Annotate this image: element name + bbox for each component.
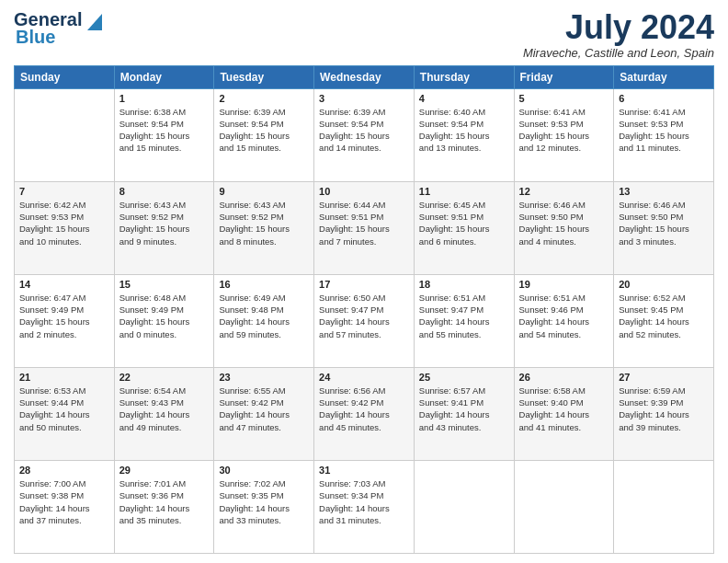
- logo-blue: Blue: [16, 27, 55, 48]
- calendar-cell: 21Sunrise: 6:53 AM Sunset: 9:44 PM Dayli…: [15, 367, 115, 460]
- day-number: 24: [319, 372, 409, 383]
- day-header-tuesday: Tuesday: [214, 65, 314, 88]
- calendar-cell: 14Sunrise: 6:47 AM Sunset: 9:49 PM Dayli…: [15, 274, 115, 367]
- day-number: 25: [419, 372, 509, 383]
- calendar-cell: 25Sunrise: 6:57 AM Sunset: 9:41 PM Dayli…: [414, 367, 514, 460]
- cell-info: Sunrise: 6:41 AM Sunset: 9:53 PM Dayligh…: [519, 106, 609, 155]
- calendar-cell: 3Sunrise: 6:39 AM Sunset: 9:54 PM Daylig…: [314, 88, 415, 181]
- day-number: 3: [319, 93, 409, 104]
- calendar-cell: 22Sunrise: 6:54 AM Sunset: 9:43 PM Dayli…: [114, 367, 214, 460]
- calendar-cell: [414, 460, 514, 553]
- cell-info: Sunrise: 6:51 AM Sunset: 9:46 PM Dayligh…: [519, 292, 609, 340]
- cell-info: Sunrise: 7:00 AM Sunset: 9:38 PM Dayligh…: [19, 477, 109, 526]
- calendar-cell: 13Sunrise: 6:46 AM Sunset: 9:50 PM Dayli…: [614, 181, 714, 274]
- day-number: 12: [519, 186, 609, 197]
- cell-info: Sunrise: 6:53 AM Sunset: 9:44 PM Dayligh…: [19, 385, 109, 433]
- calendar-cell: 15Sunrise: 6:48 AM Sunset: 9:49 PM Dayli…: [114, 274, 214, 367]
- cell-info: Sunrise: 6:39 AM Sunset: 9:54 PM Dayligh…: [319, 106, 409, 155]
- calendar-cell: 9Sunrise: 6:43 AM Sunset: 9:52 PM Daylig…: [214, 181, 314, 274]
- calendar-header-row: SundayMondayTuesdayWednesdayThursdayFrid…: [15, 65, 714, 88]
- page: General Blue July 2024 Miraveche, Castil…: [0, 0, 728, 563]
- calendar-cell: 26Sunrise: 6:58 AM Sunset: 9:40 PM Dayli…: [514, 367, 614, 460]
- cell-info: Sunrise: 6:55 AM Sunset: 9:42 PM Dayligh…: [219, 385, 309, 433]
- calendar-cell: 7Sunrise: 6:42 AM Sunset: 9:53 PM Daylig…: [15, 181, 115, 274]
- day-number: 11: [419, 186, 509, 197]
- cell-info: Sunrise: 6:59 AM Sunset: 9:39 PM Dayligh…: [619, 385, 709, 433]
- logo-triangle-icon: [84, 10, 102, 30]
- day-number: 19: [519, 279, 609, 290]
- day-header-friday: Friday: [514, 65, 614, 88]
- calendar-cell: 23Sunrise: 6:55 AM Sunset: 9:42 PM Dayli…: [214, 367, 314, 460]
- day-number: 30: [219, 465, 309, 476]
- calendar-week-row: 1Sunrise: 6:38 AM Sunset: 9:54 PM Daylig…: [15, 88, 714, 181]
- calendar-cell: 10Sunrise: 6:44 AM Sunset: 9:51 PM Dayli…: [314, 181, 415, 274]
- day-number: 13: [619, 186, 709, 197]
- calendar-cell: 11Sunrise: 6:45 AM Sunset: 9:51 PM Dayli…: [414, 181, 514, 274]
- cell-info: Sunrise: 6:46 AM Sunset: 9:50 PM Dayligh…: [519, 199, 609, 247]
- cell-info: Sunrise: 7:02 AM Sunset: 9:35 PM Dayligh…: [219, 477, 309, 526]
- calendar-cell: 8Sunrise: 6:43 AM Sunset: 9:52 PM Daylig…: [114, 181, 214, 274]
- calendar-cell: 29Sunrise: 7:01 AM Sunset: 9:36 PM Dayli…: [114, 460, 214, 553]
- calendar-cell: 27Sunrise: 6:59 AM Sunset: 9:39 PM Dayli…: [614, 367, 714, 460]
- day-number: 1: [119, 93, 210, 104]
- day-number: 21: [19, 372, 109, 383]
- day-number: 22: [119, 372, 210, 383]
- calendar-cell: 20Sunrise: 6:52 AM Sunset: 9:45 PM Dayli…: [614, 274, 714, 367]
- calendar-week-row: 21Sunrise: 6:53 AM Sunset: 9:44 PM Dayli…: [15, 367, 714, 460]
- day-number: 28: [19, 465, 109, 476]
- day-number: 10: [319, 186, 409, 197]
- calendar-cell: 4Sunrise: 6:40 AM Sunset: 9:54 PM Daylig…: [414, 88, 514, 181]
- calendar-week-row: 7Sunrise: 6:42 AM Sunset: 9:53 PM Daylig…: [15, 181, 714, 274]
- cell-info: Sunrise: 6:46 AM Sunset: 9:50 PM Dayligh…: [619, 199, 709, 247]
- calendar-week-row: 28Sunrise: 7:00 AM Sunset: 9:38 PM Dayli…: [15, 460, 714, 553]
- cell-info: Sunrise: 6:39 AM Sunset: 9:54 PM Dayligh…: [219, 106, 309, 155]
- calendar-table: SundayMondayTuesdayWednesdayThursdayFrid…: [14, 65, 714, 554]
- title-area: July 2024 Miraveche, Castille and Leon, …: [523, 9, 714, 60]
- day-number: 17: [319, 279, 409, 290]
- day-number: 29: [119, 465, 210, 476]
- cell-info: Sunrise: 6:56 AM Sunset: 9:42 PM Dayligh…: [319, 385, 409, 433]
- month-year: July 2024: [523, 9, 714, 46]
- calendar-cell: 5Sunrise: 6:41 AM Sunset: 9:53 PM Daylig…: [514, 88, 614, 181]
- calendar-cell: 28Sunrise: 7:00 AM Sunset: 9:38 PM Dayli…: [15, 460, 115, 553]
- cell-info: Sunrise: 7:01 AM Sunset: 9:36 PM Dayligh…: [119, 477, 210, 526]
- day-number: 27: [619, 372, 709, 383]
- calendar-cell: [614, 460, 714, 553]
- calendar-cell: 19Sunrise: 6:51 AM Sunset: 9:46 PM Dayli…: [514, 274, 614, 367]
- svg-marker-0: [87, 14, 102, 30]
- cell-info: Sunrise: 6:57 AM Sunset: 9:41 PM Dayligh…: [419, 385, 509, 433]
- day-header-saturday: Saturday: [614, 65, 714, 88]
- calendar-cell: 6Sunrise: 6:41 AM Sunset: 9:53 PM Daylig…: [614, 88, 714, 181]
- day-header-thursday: Thursday: [414, 65, 514, 88]
- day-number: 7: [19, 186, 109, 197]
- day-number: 26: [519, 372, 609, 383]
- cell-info: Sunrise: 6:43 AM Sunset: 9:52 PM Dayligh…: [119, 199, 210, 247]
- header: General Blue July 2024 Miraveche, Castil…: [14, 9, 714, 60]
- day-number: 16: [219, 279, 309, 290]
- calendar-cell: [514, 460, 614, 553]
- calendar-cell: 31Sunrise: 7:03 AM Sunset: 9:34 PM Dayli…: [314, 460, 415, 553]
- calendar-cell: 18Sunrise: 6:51 AM Sunset: 9:47 PM Dayli…: [414, 274, 514, 367]
- calendar-cell: 16Sunrise: 6:49 AM Sunset: 9:48 PM Dayli…: [214, 274, 314, 367]
- calendar-cell: [15, 88, 115, 181]
- cell-info: Sunrise: 6:48 AM Sunset: 9:49 PM Dayligh…: [119, 292, 210, 340]
- location: Miraveche, Castille and Leon, Spain: [523, 46, 714, 60]
- day-number: 9: [219, 186, 309, 197]
- calendar-cell: 1Sunrise: 6:38 AM Sunset: 9:54 PM Daylig…: [114, 88, 214, 181]
- calendar-cell: 24Sunrise: 6:56 AM Sunset: 9:42 PM Dayli…: [314, 367, 415, 460]
- cell-info: Sunrise: 6:44 AM Sunset: 9:51 PM Dayligh…: [319, 199, 409, 247]
- day-header-wednesday: Wednesday: [314, 65, 415, 88]
- cell-info: Sunrise: 6:45 AM Sunset: 9:51 PM Dayligh…: [419, 199, 509, 247]
- cell-info: Sunrise: 6:50 AM Sunset: 9:47 PM Dayligh…: [319, 292, 409, 340]
- cell-info: Sunrise: 7:03 AM Sunset: 9:34 PM Dayligh…: [319, 477, 409, 526]
- cell-info: Sunrise: 6:58 AM Sunset: 9:40 PM Dayligh…: [519, 385, 609, 433]
- cell-info: Sunrise: 6:52 AM Sunset: 9:45 PM Dayligh…: [619, 292, 709, 340]
- cell-info: Sunrise: 6:43 AM Sunset: 9:52 PM Dayligh…: [219, 199, 309, 247]
- cell-info: Sunrise: 6:38 AM Sunset: 9:54 PM Dayligh…: [119, 106, 210, 155]
- cell-info: Sunrise: 6:42 AM Sunset: 9:53 PM Dayligh…: [19, 199, 109, 247]
- cell-info: Sunrise: 6:40 AM Sunset: 9:54 PM Dayligh…: [419, 106, 509, 155]
- calendar-week-row: 14Sunrise: 6:47 AM Sunset: 9:49 PM Dayli…: [15, 274, 714, 367]
- day-number: 8: [119, 186, 210, 197]
- day-number: 2: [219, 93, 309, 104]
- day-number: 18: [419, 279, 509, 290]
